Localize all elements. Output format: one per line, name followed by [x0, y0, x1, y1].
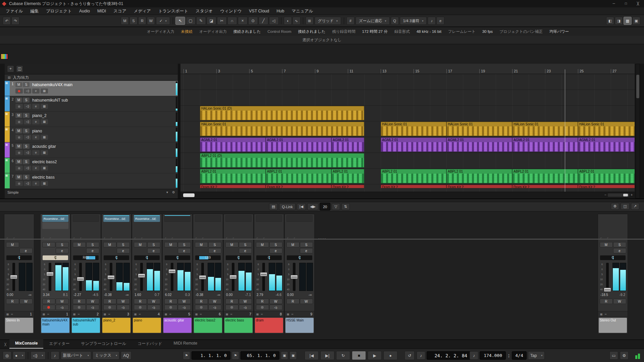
- channel-solo-button[interactable]: S: [208, 242, 221, 247]
- fader-handle[interactable]: [138, 274, 145, 278]
- midi-clip[interactable]: Dram Kit 2: [512, 185, 578, 188]
- channel-edit-button[interactable]: e: [86, 248, 99, 253]
- instrument-button[interactable]: ▦: [41, 104, 48, 109]
- window-zones-icon[interactable]: ◧: [606, 17, 614, 25]
- pan-control[interactable]: C: [256, 255, 282, 260]
- vertical-scrollbar[interactable]: [636, 64, 640, 198]
- tracklist-arrange-divider[interactable]: [178, 64, 180, 198]
- fader-track[interactable]: [290, 262, 298, 292]
- write-automation-button[interactable]: W: [147, 299, 160, 304]
- menu-ファイル[interactable]: ファイル: [2, 8, 26, 14]
- close-icon[interactable]: ╳: [1, 343, 9, 349]
- auto-quantize-button[interactable]: AQ: [121, 351, 131, 360]
- channel-fader[interactable]: 605102040: [285, 261, 314, 292]
- channel-solo-button[interactable]: S: [86, 242, 99, 247]
- bank-size-value[interactable]: 20: [320, 203, 330, 210]
- pan-control[interactable]: C: [6, 255, 32, 260]
- midi-clip[interactable]: Dram Kit 2: [266, 185, 331, 188]
- pan-control[interactable]: C: [43, 255, 68, 260]
- midi-clip[interactable]: Dram Kit 2: [446, 185, 512, 188]
- mixer-strip-ch5[interactable]: ⌐⌐MSeC6051020406.020.3RW◁)▦ ∞5acoustic g…: [162, 214, 193, 334]
- prev-bank-icon[interactable]: |◀: [297, 203, 306, 210]
- channel-name[interactable]: hatsunemikuNT sub: [72, 318, 100, 333]
- channel-edit-button[interactable]: e: [56, 248, 69, 253]
- read-automation-button[interactable]: R: [195, 299, 208, 304]
- menu-編集[interactable]: 編集: [26, 8, 42, 14]
- right-locator-icon[interactable]: ⚑: [232, 351, 239, 360]
- project-window-icon[interactable]: [1, 54, 8, 59]
- project-cursor[interactable]: [565, 69, 565, 192]
- next-bank-icon[interactable]: ◀▶: [307, 203, 318, 210]
- position-display[interactable]: 24. 2. 2. 84: [427, 351, 471, 360]
- grid-type-dropdown[interactable]: ズームに適応 ▾: [356, 17, 390, 25]
- pan-control[interactable]: C: [165, 255, 190, 260]
- insert-slot[interactable]: RoomWor...SE: [103, 215, 129, 222]
- maximize-button[interactable]: □: [620, 0, 632, 7]
- record-arm-button[interactable]: [15, 104, 23, 109]
- channel-fader[interactable]: 605102040: [41, 261, 70, 292]
- track-mute-button[interactable]: M: [15, 98, 22, 103]
- track-row-3[interactable]: ▦3MSpiano_2◁)e▦: [5, 112, 178, 127]
- erase-tool[interactable]: ◪: [207, 17, 216, 25]
- instrument-button[interactable]: ▦: [41, 181, 48, 186]
- feedback-icon[interactable]: ◖: [284, 17, 292, 25]
- midi-clip[interactable]: HALion Sonic 01: [578, 122, 635, 136]
- minimize-button[interactable]: ─: [608, 0, 620, 7]
- track-row-1[interactable]: ▦1MShatsunemikuV4X main◁)e▦: [5, 81, 178, 96]
- mixer-strip-ch2[interactable]: ⌐⌐MSeR69605102040-2.27-4.5RW◁)▦ ∞2hatsun…: [71, 214, 101, 334]
- menu-ウィンドウ[interactable]: ウィンドウ: [216, 8, 245, 14]
- zoom-slider[interactable]: [608, 193, 629, 197]
- fader-handle[interactable]: [229, 275, 237, 279]
- tempo-track-icon[interactable]: ♪: [470, 351, 478, 360]
- mixer-strip-ch4[interactable]: RoomWor...SE⌐⌐MSeC6051020401.600.7RW◁)▦ …: [132, 214, 162, 334]
- write-automation-button[interactable]: W: [613, 299, 626, 304]
- monitor-button[interactable]: ◁): [24, 88, 31, 94]
- monitor-button[interactable]: ◁): [269, 305, 282, 310]
- tempo-stepper[interactable]: ▴ ▾: [507, 353, 511, 358]
- monitor-button[interactable]: ◁): [208, 305, 221, 310]
- record-arm-button[interactable]: [103, 305, 116, 310]
- record-arm-button[interactable]: [15, 181, 23, 186]
- automation-w-button[interactable]: W: [147, 17, 155, 25]
- write-automation-button[interactable]: W: [239, 299, 252, 304]
- chevron-down-icon[interactable]: ▾: [166, 190, 168, 194]
- object-selection-tool[interactable]: ↖: [175, 17, 185, 25]
- instrument-button[interactable]: ▦: [41, 88, 48, 94]
- metronome-icon[interactable]: ♪: [51, 351, 59, 360]
- snap-toggle-icon[interactable]: ⊞: [306, 17, 314, 25]
- mixer-strip-stereo-in[interactable]: ⌐⌐MeC6051020400.00-∞RW▦ ∞1Stereo In: [4, 214, 34, 334]
- mixconsole-window-icon[interactable]: ◫: [621, 203, 629, 210]
- quantize-preset-dropdown[interactable]: 1/4 3連符 ▾: [400, 17, 427, 25]
- channel-edit-button[interactable]: e: [147, 248, 160, 253]
- record-arm-button[interactable]: [15, 119, 23, 124]
- midi-clip[interactable]: AGML2 01: [381, 137, 446, 152]
- insert-slot[interactable]: [256, 215, 282, 222]
- fader-handle[interactable]: [77, 277, 84, 281]
- menu-Hub[interactable]: Hub: [273, 9, 288, 13]
- fader-handle[interactable]: [290, 275, 298, 279]
- midi-clip[interactable]: HALion Sonic 01 (D): [200, 106, 364, 120]
- track-row-6[interactable]: ▦6MSelectric bass2◁)e▦: [5, 158, 178, 173]
- zoom-out-icon[interactable]: −: [604, 193, 606, 197]
- read-automation-button[interactable]: R: [103, 299, 116, 304]
- record-arm-button[interactable]: [15, 150, 23, 155]
- instrument-button[interactable]: ▦: [41, 150, 48, 155]
- tempo-display[interactable]: 174.000: [480, 351, 506, 360]
- fader-track[interactable]: [107, 262, 115, 292]
- zoom-tool[interactable]: ⊙: [248, 17, 258, 25]
- instrument-button[interactable]: ▦: [41, 119, 48, 124]
- edit-channel-button[interactable]: e: [32, 166, 40, 171]
- transport-options-icon[interactable]: ◎: [3, 351, 11, 360]
- track-row-7[interactable]: ▦7MSelectric bass◁)e▦: [5, 173, 178, 188]
- menu-スタジオ[interactable]: スタジオ: [192, 8, 216, 14]
- menu-マニュアル[interactable]: マニュアル: [288, 8, 317, 14]
- edit-channel-button[interactable]: e: [32, 104, 40, 109]
- read-automation-button[interactable]: R: [6, 299, 19, 304]
- instrument-button[interactable]: ▦: [41, 166, 48, 171]
- step-up-icon[interactable]: ▴: [507, 353, 511, 356]
- menu-プロジェクト[interactable]: プロジェクト: [42, 8, 75, 14]
- insert-slot[interactable]: RoomWor...SE: [42, 215, 68, 222]
- channel-name[interactable]: electric bass2: [194, 318, 222, 333]
- channel-name[interactable]: Stereo In: [5, 318, 33, 333]
- input-output-channels-row[interactable]: ▤ 入力/出力: [5, 74, 178, 81]
